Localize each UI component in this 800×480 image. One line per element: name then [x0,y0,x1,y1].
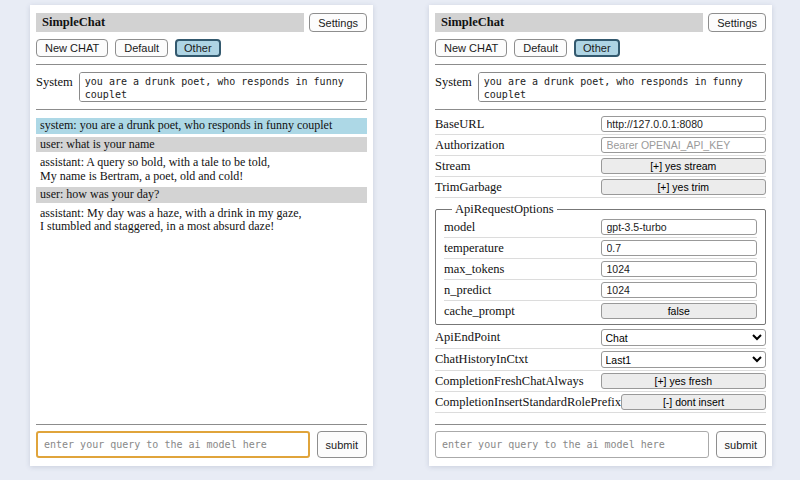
setting-label: TrimGarbage [435,180,601,195]
new-chat-button[interactable]: New CHAT [435,39,507,57]
setting-label: model [444,220,601,235]
session-tab-default[interactable]: Default [514,39,567,57]
max-tokens-input[interactable] [601,261,758,277]
divider [36,64,367,65]
divider [36,109,367,110]
api-request-options-fieldset: ApiRequestOptions model temperature max_… [435,202,766,325]
system-prompt-row: System you are a drunk poet, who respond… [36,72,367,102]
completion-fresh-toggle-button[interactable]: [+] yes fresh [601,373,767,389]
query-bar: submit [435,418,766,458]
new-chat-button[interactable]: New CHAT [36,39,108,57]
session-toolbar: New CHAT Default Other [435,39,766,57]
n-predict-input[interactable] [601,282,758,298]
submit-button[interactable]: submit [716,431,766,458]
chat-panel: SimpleChat Settings New CHAT Default Oth… [30,5,373,466]
setting-row-chathistoryinctxt: ChatHistoryInCtxt Last1 [435,349,766,371]
system-label: System [36,72,73,102]
setting-row-trimgarbage: TrimGarbage [+] yes trim [435,177,766,198]
app-title: SimpleChat [36,13,304,32]
chat-message-assistant: assistant: My day was a haze, with a dri… [36,206,367,235]
app-title: SimpleChat [435,13,703,32]
setting-label: ApiEndPoint [435,330,601,345]
setting-row-model: model [444,217,757,238]
query-input[interactable] [435,431,709,458]
completion-insert-toggle-button[interactable]: [-] dont insert [621,394,766,410]
query-bar: submit [36,418,367,458]
cache-prompt-toggle-button[interactable]: false [601,303,758,319]
setting-label: Stream [435,159,601,174]
settings-button[interactable]: Settings [708,13,766,32]
setting-label: CompletionFreshChatAlways [435,374,601,389]
session-toolbar: New CHAT Default Other [36,39,367,57]
setting-row-max-tokens: max_tokens [444,259,757,280]
submit-button[interactable]: submit [317,431,367,458]
session-tab-other[interactable]: Other [175,39,221,57]
query-input[interactable] [36,431,310,458]
divider [36,424,367,425]
setting-row-authorization: Authorization [435,135,766,156]
setting-row-baseurl: BaseURL [435,114,766,135]
setting-label: max_tokens [444,262,601,277]
session-tab-other[interactable]: Other [574,39,620,57]
setting-label: temperature [444,241,601,256]
fieldset-legend: ApiRequestOptions [452,202,557,217]
settings-button[interactable]: Settings [309,13,367,32]
setting-label: BaseURL [435,117,601,132]
chat-message-system: system: you are a drunk poet, who respon… [36,118,367,134]
setting-label: CompletionInsertStandardRolePrefix [435,395,621,410]
setting-row-apiendpoint: ApiEndPoint Chat [435,327,766,349]
authorization-input[interactable] [601,137,767,153]
divider [435,64,766,65]
setting-row-cache-prompt: cache_prompt false [444,301,757,321]
header: SimpleChat Settings [36,13,367,32]
baseurl-input[interactable] [601,116,767,132]
session-tab-default[interactable]: Default [115,39,168,57]
setting-label: ChatHistoryInCtxt [435,352,601,367]
system-label: System [435,72,472,102]
system-prompt-row: System you are a drunk poet, who respond… [435,72,766,102]
settings-list: BaseURL Authorization Stream [+] yes str… [435,114,766,413]
chat-message-list: system: you are a drunk poet, who respon… [36,118,367,238]
setting-label: Authorization [435,138,601,153]
chat-message-user: user: what is your name [36,137,367,153]
apiendpoint-select[interactable]: Chat [601,329,767,346]
setting-row-completionfreshchatalways: CompletionFreshChatAlways [+] yes fresh [435,371,766,392]
setting-label: n_predict [444,283,601,298]
chat-message-user: user: how was your day? [36,187,367,203]
chathistoryinctxt-select[interactable]: Last1 [601,351,767,368]
temperature-input[interactable] [601,240,758,256]
setting-row-completioninsertstandardroleprefix: CompletionInsertStandardRolePrefix [-] d… [435,392,766,413]
setting-label: cache_prompt [444,304,601,319]
settings-view-panel: SimpleChat Settings New CHAT Default Oth… [429,5,772,466]
setting-row-stream: Stream [+] yes stream [435,156,766,177]
trimgarbage-toggle-button[interactable]: [+] yes trim [601,179,767,195]
setting-row-n-predict: n_predict [444,280,757,301]
chat-message-assistant: assistant: A query so bold, with a tale … [36,155,367,184]
system-prompt-input[interactable]: you are a drunk poet, who responds in fu… [478,72,766,102]
model-input[interactable] [601,219,758,235]
system-prompt-input[interactable]: you are a drunk poet, who responds in fu… [79,72,367,102]
setting-row-temperature: temperature [444,238,757,259]
header: SimpleChat Settings [435,13,766,32]
stream-toggle-button[interactable]: [+] yes stream [601,158,767,174]
divider [435,424,766,425]
divider [435,109,766,110]
